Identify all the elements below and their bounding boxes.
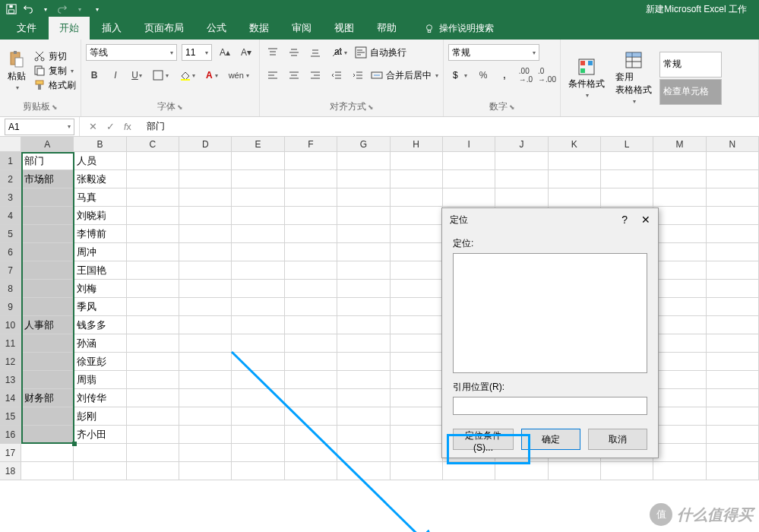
cell[interactable] [285, 188, 337, 207]
fx-icon[interactable]: fx [121, 121, 134, 132]
cell[interactable] [653, 188, 706, 207]
copy-button[interactable]: 复制▾ [33, 64, 76, 78]
cell[interactable] [337, 353, 390, 371]
cell[interactable] [74, 462, 126, 480]
increase-decimal-button[interactable]: .00→.0 [517, 67, 534, 84]
cell[interactable] [391, 225, 443, 243]
cell[interactable] [127, 371, 179, 389]
cell[interactable] [391, 407, 443, 426]
format-as-table-button[interactable]: 套用 表格格式▾ [612, 48, 655, 108]
cell[interactable] [601, 462, 653, 480]
cell[interactable] [179, 243, 232, 261]
decrease-decimal-button[interactable]: .0→.00 [539, 67, 555, 84]
cell[interactable] [285, 207, 337, 225]
cell[interactable] [549, 188, 601, 207]
cell[interactable]: 彭刚 [74, 407, 126, 426]
cell[interactable]: 孙涵 [74, 334, 126, 353]
row-header[interactable]: 15 [0, 407, 21, 426]
cell[interactable] [653, 462, 706, 480]
cell[interactable] [653, 280, 706, 298]
cell-style-check[interactable]: 检查单元格 [659, 79, 722, 105]
cell[interactable] [21, 225, 74, 243]
save-icon[interactable] [5, 2, 18, 16]
cell[interactable] [232, 389, 284, 407]
cell[interactable] [179, 353, 232, 371]
cell[interactable] [179, 407, 232, 426]
tab-page-layout[interactable]: 页面布局 [134, 17, 194, 40]
font-name-select[interactable]: 等线▾ [86, 44, 177, 61]
cell[interactable] [391, 298, 443, 316]
cell[interactable] [653, 207, 706, 225]
row-header[interactable]: 8 [0, 280, 21, 298]
cell[interactable] [127, 170, 179, 188]
cell[interactable] [707, 188, 759, 207]
cell[interactable] [653, 334, 706, 353]
cell[interactable] [179, 462, 232, 480]
cell[interactable] [495, 170, 548, 188]
align-top-button[interactable] [264, 44, 281, 61]
cell[interactable] [179, 261, 232, 280]
cell[interactable] [179, 371, 232, 389]
cell[interactable]: 刘传华 [74, 389, 126, 407]
cell[interactable] [285, 261, 337, 280]
column-header[interactable]: F [285, 137, 337, 152]
cell[interactable] [232, 353, 284, 371]
cell[interactable]: 徐亚彭 [74, 353, 126, 371]
cell[interactable] [232, 334, 284, 353]
wrap-text-button[interactable]: 自动换行 [355, 46, 406, 60]
reference-input[interactable] [453, 397, 647, 415]
cell[interactable] [707, 207, 759, 225]
cell[interactable] [232, 280, 284, 298]
cell[interactable] [549, 170, 601, 188]
cell[interactable]: 周冲 [74, 243, 126, 261]
cell[interactable] [337, 334, 390, 353]
number-format-select[interactable]: 常规▾ [448, 44, 539, 61]
row-header[interactable]: 11 [0, 334, 21, 353]
cell[interactable] [391, 334, 443, 353]
cell[interactable] [179, 280, 232, 298]
cell[interactable] [21, 280, 74, 298]
row-header[interactable]: 4 [0, 207, 21, 225]
cell[interactable] [232, 243, 284, 261]
cell[interactable] [707, 353, 759, 371]
cell[interactable]: 马真 [74, 188, 126, 207]
border-button[interactable]: ▾ [150, 67, 172, 84]
cell[interactable]: 市场部 [21, 170, 74, 188]
bold-button[interactable]: B [86, 67, 103, 84]
cell[interactable] [391, 207, 443, 225]
cell[interactable] [391, 188, 443, 207]
cell[interactable]: 刘梅 [74, 280, 126, 298]
cell[interactable] [337, 170, 390, 188]
tab-formulas[interactable]: 公式 [196, 17, 237, 40]
cell[interactable] [707, 426, 759, 444]
dialog-launcher-icon[interactable]: ⬊ [509, 103, 515, 111]
cell[interactable] [232, 371, 284, 389]
cell[interactable] [707, 225, 759, 243]
cell[interactable] [127, 334, 179, 353]
cell[interactable] [232, 188, 284, 207]
orientation-button[interactable]: ab▾ [328, 44, 350, 61]
cell[interactable] [707, 371, 759, 389]
cell[interactable] [285, 444, 337, 462]
cell[interactable] [127, 280, 179, 298]
cell-style-normal[interactable]: 常规 [659, 52, 722, 78]
cell[interactable] [21, 371, 74, 389]
cell[interactable] [601, 188, 653, 207]
merge-center-button[interactable]: 合并后居中▾ [371, 68, 438, 83]
column-header[interactable]: I [443, 137, 495, 152]
cell[interactable] [21, 353, 74, 371]
formula-input[interactable]: 部门 [141, 119, 759, 135]
cut-button[interactable]: 剪切 [33, 49, 76, 64]
align-right-button[interactable] [307, 67, 324, 84]
currency-button[interactable]: $▾ [448, 67, 470, 84]
cell[interactable] [707, 334, 759, 353]
column-header[interactable]: L [601, 137, 653, 152]
cancel-button[interactable]: 取消 [588, 429, 647, 450]
cell[interactable]: 齐小田 [74, 426, 126, 444]
tab-home[interactable]: 开始 [49, 17, 90, 40]
cell[interactable] [495, 188, 548, 207]
cell[interactable] [21, 188, 74, 207]
cell[interactable] [707, 444, 759, 462]
cell[interactable]: 季风 [74, 298, 126, 316]
row-header[interactable]: 2 [0, 170, 21, 188]
